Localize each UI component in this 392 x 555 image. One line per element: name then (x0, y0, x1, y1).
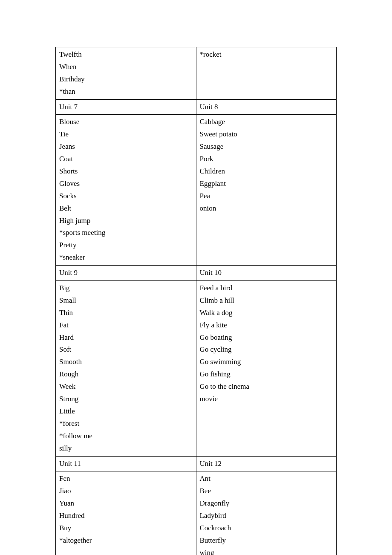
table-row: Big Small Thin Fat Hard Soft Smooth Roug… (56, 281, 337, 456)
cell-right: *rocket (196, 47, 337, 100)
cell-text: Unit 12 (200, 458, 333, 470)
cell-text: Unit 10 (200, 267, 333, 279)
table-row: Blouse Tie Jeans Coat Shorts Gloves Sock… (56, 115, 337, 266)
cell-text: Unit 7 (59, 101, 193, 113)
cell-text: Big Small Thin Fat Hard Soft Smooth Roug… (59, 282, 193, 454)
cell-text: *rocket (200, 49, 333, 61)
cell-text: Twelfth When Birthday *than (59, 49, 193, 98)
vocabulary-table: Twelfth When Birthday *than *rocket Unit… (55, 47, 337, 555)
cell-right: Ant Bee Dragonfly Ladybird Cockroach But… (196, 471, 337, 555)
cell-left: Unit 7 (56, 99, 196, 115)
table-row: Unit 7 Unit 8 (56, 99, 337, 115)
table-row: Unit 9 Unit 10 (56, 266, 337, 281)
cell-right: Unit 10 (196, 266, 337, 281)
cell-right: Cabbage Sweet potato Sausage Pork Childr… (196, 115, 337, 266)
cell-text: Fen Jiao Yuan Hundred Buy *altogether (59, 473, 193, 546)
cell-right: Unit 12 (196, 456, 337, 471)
cell-left: Twelfth When Birthday *than (56, 47, 196, 100)
cell-text: Unit 9 (59, 267, 193, 279)
table-row: Unit 11 Unit 12 (56, 456, 337, 471)
cell-left: Unit 9 (56, 266, 196, 281)
cell-text: Blouse Tie Jeans Coat Shorts Gloves Sock… (59, 116, 193, 264)
table-row: Fen Jiao Yuan Hundred Buy *altogether An… (56, 471, 337, 555)
cell-left: Unit 11 (56, 456, 196, 471)
cell-text: Ant Bee Dragonfly Ladybird Cockroach But… (200, 473, 333, 555)
cell-left: Fen Jiao Yuan Hundred Buy *altogether (56, 471, 196, 555)
table-row: Twelfth When Birthday *than *rocket (56, 47, 337, 100)
cell-left: Big Small Thin Fat Hard Soft Smooth Roug… (56, 281, 196, 456)
cell-right: Feed a bird Climb a hill Walk a dog Fly … (196, 281, 337, 456)
cell-text: Cabbage Sweet potato Sausage Pork Childr… (200, 116, 333, 214)
cell-text: Unit 8 (200, 101, 333, 113)
cell-left: Blouse Tie Jeans Coat Shorts Gloves Sock… (56, 115, 196, 266)
cell-right: Unit 8 (196, 99, 337, 115)
cell-text: Unit 11 (59, 458, 193, 470)
page: Twelfth When Birthday *than *rocket Unit… (0, 0, 392, 555)
cell-text: Feed a bird Climb a hill Walk a dog Fly … (200, 282, 333, 405)
